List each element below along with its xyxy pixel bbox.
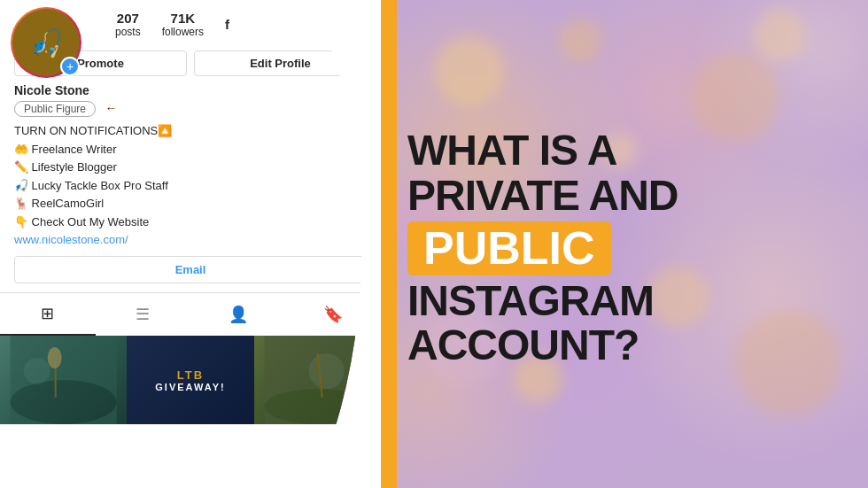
person-icon: 👤	[229, 305, 248, 324]
headline-line-4: INSTAGRAM	[407, 279, 841, 323]
list-icon: ☰	[136, 305, 150, 324]
bookmark-icon: 🔖	[323, 305, 343, 324]
tab-list[interactable]: ☰	[96, 293, 191, 336]
following-stat[interactable]: f	[225, 17, 229, 32]
followers-count: 71K	[171, 11, 196, 26]
bio-line-3: 🎣 Lucky Tackle Box Pro Staff	[14, 177, 367, 195]
email-button[interactable]: Email	[14, 256, 367, 283]
svg-point-1	[11, 380, 117, 424]
public-highlight: PUBLIC	[407, 221, 611, 275]
thumb-2-content: LTB GIVEAWAY!	[127, 336, 253, 424]
posts-stat: 207 posts	[115, 11, 141, 38]
bio-line-0: TURN ON NOTIFICATIONS🔼	[14, 122, 367, 140]
bio-line-1: 🤲 Freelance Writer	[14, 141, 367, 159]
headline-line-2: PRIVATE AND	[407, 174, 841, 218]
svg-point-7	[308, 353, 344, 389]
bio-line-2: ✏️ Lifestyle Blogger	[14, 159, 367, 176]
category-badge: Public Figure	[14, 101, 96, 117]
thumb-3[interactable]	[254, 336, 381, 424]
category-row: Public Figure ←	[14, 100, 367, 122]
svg-point-4	[48, 347, 62, 368]
profile-link[interactable]: www.nicolestone.com/	[14, 233, 128, 246]
add-story-button[interactable]: +	[60, 57, 80, 76]
text-content: WHAT IS A PRIVATE AND PUBLIC INSTAGRAM A…	[381, 0, 868, 488]
tab-saved[interactable]: 🔖	[286, 293, 382, 336]
headline-line-5: ACCOUNT?	[407, 323, 841, 368]
posts-label: posts	[115, 26, 141, 38]
highlight-wrapper: PUBLIC	[407, 221, 841, 275]
thumb-1-content	[0, 336, 127, 424]
bio-line-4: 🦌 ReelCamoGirl	[14, 195, 367, 213]
bio-line-5: 👇 Check Out My Website	[14, 213, 367, 231]
instagram-screenshot-panel: 🎣 + 207 posts 71K followers f Promote	[0, 0, 381, 488]
avatar-area: 🎣 +	[11, 7, 81, 78]
tab-tagged[interactable]: 👤	[190, 293, 286, 336]
instagram-mock: 🎣 + 207 posts 71K followers f Promote	[0, 0, 381, 488]
arrow-annotation: ←	[105, 101, 117, 115]
thumb-3-content	[254, 336, 381, 424]
followers-label: followers	[162, 26, 204, 38]
thumb-2[interactable]: LTB GIVEAWAY!	[127, 336, 253, 424]
thumb-1[interactable]	[0, 336, 127, 424]
grid-icon: ⊞	[41, 304, 54, 323]
svg-point-6	[264, 389, 370, 424]
right-panel: WHAT IS A PRIVATE AND PUBLIC INSTAGRAM A…	[381, 0, 868, 488]
edit-profile-button[interactable]: Edit Profile	[194, 50, 367, 76]
profile-name: Nicole Stone	[14, 83, 367, 97]
headline-line-1: WHAT IS A	[407, 128, 841, 173]
tab-bar: ⊞ ☰ 👤 🔖	[0, 292, 381, 336]
tab-grid[interactable]: ⊞	[0, 293, 96, 336]
following-count: f	[225, 17, 229, 32]
plus-icon: +	[66, 59, 74, 74]
followers-stat[interactable]: 71K followers	[162, 11, 204, 38]
photo-grid: LTB GIVEAWAY!	[0, 336, 381, 424]
profile-info: Nicole Stone Public Figure ← TURN ON NOT…	[0, 83, 381, 247]
svg-point-2	[24, 358, 50, 384]
posts-count: 207	[117, 11, 139, 26]
